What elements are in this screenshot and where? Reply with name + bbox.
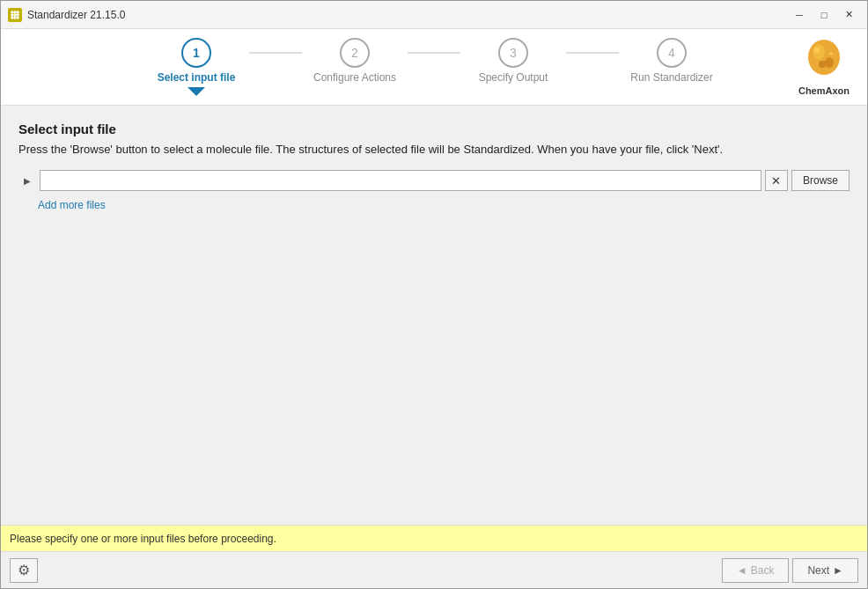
close-button[interactable]: ✕ — [837, 6, 860, 24]
connector-2-3 — [408, 52, 460, 54]
title-bar-left: Standardizer 21.15.0 — [8, 8, 125, 22]
gear-icon: ⚙ — [18, 562, 30, 578]
step-3[interactable]: 3 Specify Output — [460, 38, 566, 84]
next-button[interactable]: Next ► — [792, 558, 858, 583]
file-path-input[interactable] — [40, 170, 761, 191]
svg-point-8 — [825, 57, 834, 68]
back-button[interactable]: ◄ Back — [722, 558, 790, 583]
window-title: Standardizer 21.15.0 — [27, 9, 125, 21]
next-label: Next — [807, 564, 829, 577]
step-2[interactable]: 2 Configure Actions — [302, 38, 408, 84]
step-3-circle: 3 — [498, 38, 528, 68]
title-bar-controls: ─ □ ✕ — [788, 6, 860, 24]
connector-1-2 — [249, 52, 302, 54]
minimize-button[interactable]: ─ — [788, 6, 811, 24]
back-label: Back — [751, 564, 775, 577]
main-description: Press the 'Browse' button to select a mo… — [18, 142, 850, 158]
navigation-buttons: ◄ Back Next ► — [722, 558, 858, 583]
stepper: 1 Select input file 2 Configure Actions … — [18, 38, 850, 96]
logo-svg — [801, 38, 847, 84]
step-4-circle: 4 — [657, 38, 687, 68]
step-1-pointer — [188, 87, 205, 96]
step-1-circle: 1 — [181, 38, 211, 68]
svg-point-6 — [808, 40, 840, 75]
connector-3-4 — [566, 52, 619, 54]
title-bar: Standardizer 21.15.0 ─ □ ✕ — [1, 1, 867, 29]
add-more-files-link[interactable]: Add more files — [38, 199, 106, 211]
step-3-label: Specify Output — [479, 71, 548, 84]
step-1[interactable]: 1 Select input file — [143, 38, 249, 96]
next-icon: ► — [833, 564, 843, 577]
svg-point-10 — [829, 52, 833, 55]
browse-button[interactable]: Browse — [791, 170, 850, 191]
maximize-button[interactable]: □ — [813, 6, 835, 24]
file-input-row: ▶ ✕ Browse — [18, 170, 850, 191]
header: 1 Select input file 2 Configure Actions … — [1, 29, 867, 106]
status-message: Please specify one or more input files b… — [10, 533, 276, 545]
settings-button[interactable]: ⚙ — [10, 558, 38, 583]
svg-point-9 — [814, 48, 820, 53]
main-title: Select input file — [18, 121, 850, 136]
step-1-label: Select input file — [158, 71, 236, 84]
chemaxon-logo: ChemAxon — [798, 38, 850, 96]
back-icon: ◄ — [737, 564, 747, 577]
step-4-label: Run Standardizer — [630, 71, 712, 84]
clear-button[interactable]: ✕ — [765, 170, 788, 191]
step-2-circle: 2 — [340, 38, 370, 68]
bottom-bar: ⚙ ◄ Back Next ► — [1, 551, 867, 588]
step-4[interactable]: 4 Run Standardizer — [619, 38, 725, 84]
main-content: Select input file Press the 'Browse' but… — [1, 106, 867, 525]
logo-text: ChemAxon — [798, 85, 850, 96]
step-2-label: Configure Actions — [313, 71, 396, 84]
status-bar: Please specify one or more input files b… — [1, 525, 867, 551]
play-icon[interactable]: ▶ — [18, 172, 36, 189]
app-icon — [8, 8, 22, 22]
svg-point-11 — [819, 61, 826, 68]
